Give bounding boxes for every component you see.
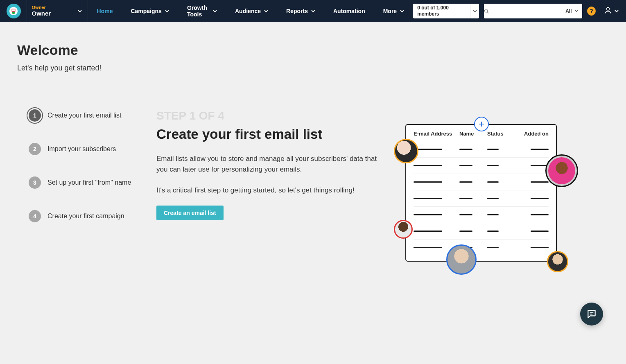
col-added-on: Added on	[520, 131, 549, 137]
nav-reports-label: Reports	[286, 8, 308, 14]
step-counter: STEP 1 OF 4	[156, 109, 386, 122]
nav-more[interactable]: More	[374, 0, 413, 22]
step-3[interactable]: 3 Set up your first "from" name	[29, 176, 156, 189]
col-email: E-mail Address	[414, 131, 459, 137]
account-switcher[interactable]: Owner Owner	[27, 0, 88, 22]
step-number: 1	[29, 109, 41, 122]
page-subtitle: Let's help you get started!	[17, 64, 610, 72]
account-name: Owner	[32, 10, 55, 17]
step-1[interactable]: 1 Create your first email list	[29, 109, 156, 122]
chevron-down-icon	[213, 9, 217, 13]
page-title: Welcome	[17, 42, 610, 58]
nav-automation[interactable]: Automation	[324, 0, 374, 22]
step-detail: STEP 1 OF 4 Create your first email list…	[156, 109, 386, 222]
illustration-row	[414, 141, 549, 157]
chevron-down-icon	[615, 7, 619, 15]
search-filter-selector[interactable]: All	[561, 4, 582, 18]
navbar-right: 0 out of 1,000 members All ?	[413, 0, 622, 22]
search-filter-label: All	[565, 8, 572, 14]
avatar-icon	[394, 139, 418, 163]
chevron-down-icon	[165, 9, 169, 13]
help-icon-label: ?	[590, 8, 593, 14]
monkey-icon	[9, 7, 18, 16]
chevron-down-icon	[470, 4, 479, 18]
search-input[interactable]	[489, 8, 561, 14]
illustration-row	[414, 174, 549, 190]
member-quota-selector[interactable]: 0 out of 1,000 members	[413, 4, 479, 18]
nav-automation-label: Automation	[333, 8, 365, 14]
nav-audience-label: Audience	[235, 8, 261, 14]
step-2[interactable]: 2 Import your subscribers	[29, 143, 156, 155]
help-button[interactable]: ?	[587, 7, 596, 16]
onboarding-row: 1 Create your first email list 2 Import …	[17, 109, 610, 222]
brand-logo[interactable]	[7, 4, 21, 18]
step-number: 4	[29, 210, 41, 222]
chevron-down-icon	[311, 9, 315, 13]
member-quota-text: 0 out of 1,000 members	[413, 4, 479, 18]
avatar-icon	[545, 154, 578, 187]
avatar-icon	[394, 220, 413, 239]
chevron-down-icon	[78, 9, 82, 13]
svg-rect-2	[12, 9, 15, 11]
svg-point-6	[607, 7, 610, 10]
search-box: All	[484, 4, 582, 18]
create-email-list-button[interactable]: Create an email list	[156, 206, 224, 220]
chevron-down-icon	[574, 8, 579, 14]
col-status: Status	[487, 131, 520, 137]
illustration-row	[414, 157, 549, 174]
svg-point-3	[12, 11, 15, 14]
illustration-table: E-mail Address Name Status Added on	[405, 124, 557, 262]
chevron-down-icon	[400, 9, 404, 13]
step-label: Import your subscribers	[47, 145, 116, 153]
page-content: Welcome Let's help you get started! 1 Cr…	[0, 22, 626, 239]
step-label: Create your first campaign	[47, 213, 124, 220]
nav-growth-tools-label: Growth Tools	[187, 5, 210, 18]
illustration: E-mail Address Name Status Added on	[394, 109, 574, 222]
nav-campaigns[interactable]: Campaigns	[122, 0, 178, 22]
user-menu[interactable]	[601, 6, 622, 16]
col-name: Name	[459, 131, 487, 137]
nav-more-label: More	[383, 8, 397, 14]
nav-campaigns-label: Campaigns	[131, 8, 161, 14]
nav-home-label: Home	[97, 8, 113, 14]
account-role: Owner	[32, 5, 55, 10]
chat-widget-button[interactable]	[580, 303, 603, 326]
step-4[interactable]: 4 Create your first campaign	[29, 210, 156, 222]
illustration-row	[414, 206, 549, 223]
top-navbar: Owner Owner Home Campaigns Growth Tools …	[0, 0, 626, 22]
step-list: 1 Create your first email list 2 Import …	[17, 109, 156, 222]
step-paragraph-1: Email lists allow you to store and manag…	[156, 154, 386, 175]
avatar-icon	[446, 244, 477, 275]
illustration-row	[414, 239, 549, 255]
nav-home[interactable]: Home	[88, 0, 122, 22]
svg-point-4	[485, 9, 488, 12]
step-label: Set up your first "from" name	[47, 179, 131, 186]
illustration-row	[414, 223, 549, 239]
chevron-down-icon	[264, 9, 268, 13]
step-number: 3	[29, 176, 41, 189]
chat-icon	[586, 309, 597, 319]
avatar-icon	[547, 251, 568, 272]
svg-line-5	[487, 12, 488, 13]
user-icon	[604, 6, 612, 16]
step-label: Create your first email list	[47, 112, 122, 119]
step-title: Create your first email list	[156, 127, 386, 142]
step-paragraph-2: It's a critical first step to getting st…	[156, 185, 386, 196]
nav-growth-tools[interactable]: Growth Tools	[178, 0, 226, 22]
nav-audience[interactable]: Audience	[226, 0, 277, 22]
plus-icon	[474, 117, 489, 131]
search-icon	[484, 9, 489, 14]
primary-nav: Home Campaigns Growth Tools Audience Rep…	[88, 0, 414, 22]
illustration-table-header: E-mail Address Name Status Added on	[414, 131, 549, 137]
step-number: 2	[29, 143, 41, 155]
illustration-row	[414, 190, 549, 206]
nav-reports[interactable]: Reports	[277, 0, 324, 22]
